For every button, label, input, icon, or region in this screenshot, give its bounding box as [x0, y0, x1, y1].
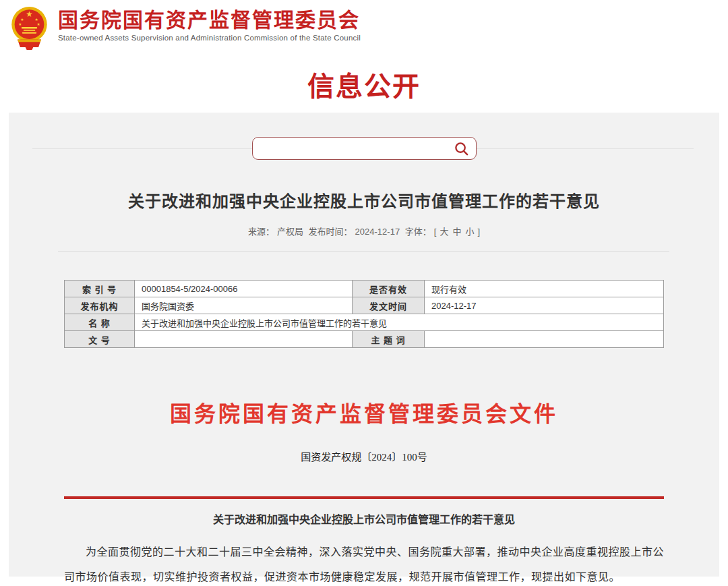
font-size-medium-link[interactable]: 中 — [452, 227, 461, 237]
org-name: 国务院国有资产监督管理委员会 — [58, 9, 361, 32]
svg-text:★: ★ — [18, 22, 22, 26]
table-row: 索 引 号 00001854-5/2024-00066 是否有效 现行有效 — [65, 281, 664, 297]
font-size-small-link[interactable]: 小 — [465, 227, 474, 237]
document-title: 关于改进和加强中央企业控股上市公司市值管理工作的若干意见 — [9, 512, 719, 527]
svg-text:★: ★ — [20, 18, 24, 22]
svg-text:★: ★ — [26, 9, 32, 18]
red-rule — [64, 496, 664, 499]
source-value: 产权局 — [277, 227, 303, 237]
font-size-label: 字体： — [405, 227, 431, 237]
site-header: ★ ★ ★ ★ ★ 国务院国有资产监督管理委员会 State-owned Ass… — [0, 0, 728, 59]
svg-text:★: ★ — [35, 18, 38, 22]
publish-date: 2024-12-17 — [355, 227, 400, 237]
index-number-label: 索 引 号 — [65, 281, 135, 297]
org-name-english: State-owned Assets Supervision and Admin… — [58, 34, 361, 42]
article-title: 关于改进和加强中央企业控股上市公司市值管理工作的若干意见 — [9, 191, 719, 212]
search-box — [252, 137, 477, 160]
subject-words-label: 主 题 词 — [353, 331, 425, 348]
document-info-table: 索 引 号 00001854-5/2024-00066 是否有效 现行有效 发布… — [64, 280, 664, 348]
validity-label: 是否有效 — [353, 281, 425, 297]
issue-date-value: 2024-12-17 — [425, 297, 664, 314]
publish-label: 发布时间： — [309, 227, 353, 237]
name-label: 名 称 — [65, 314, 135, 331]
issue-date-label: 发文时间 — [353, 297, 425, 314]
document-letterhead: 国务院国有资产监督管理委员会文件 — [9, 399, 719, 429]
subject-words-value — [425, 331, 664, 348]
name-value: 关于改进和加强中央企业控股上市公司市值管理工作的若干意见 — [135, 314, 664, 331]
content-card: 关于改进和加强中央企业控股上市公司市值管理工作的若干意见 来源：产权局 发布时间… — [9, 113, 719, 577]
font-bracket-open: [ — [434, 227, 437, 237]
doc-number-label: 文 号 — [65, 331, 135, 348]
validity-value: 现行有效 — [425, 281, 664, 297]
article-meta: 来源：产权局 发布时间：2024-12-17 字体：[大中小] — [9, 226, 719, 238]
header-text: 国务院国有资产监督管理委员会 State-owned Assets Superv… — [58, 5, 361, 42]
document-number: 国资发产权规〔2024〕100号 — [9, 450, 719, 464]
page-title: 信息公开 — [0, 69, 728, 103]
issuing-agency-value: 国务院国资委 — [135, 297, 353, 314]
svg-text:★: ★ — [36, 22, 40, 26]
table-row: 名 称 关于改进和加强中央企业控股上市公司市值管理工作的若干意见 — [65, 314, 664, 331]
search-input[interactable] — [261, 138, 451, 158]
search-row — [9, 137, 719, 160]
search-button[interactable] — [451, 141, 476, 156]
divider-line — [58, 251, 669, 252]
index-number-value: 00001854-5/2024-00066 — [135, 281, 353, 297]
issuing-agency-label: 发布机构 — [65, 297, 135, 314]
china-national-emblem-icon: ★ ★ ★ ★ ★ — [8, 5, 51, 50]
source-label: 来源： — [248, 227, 274, 237]
search-icon — [454, 141, 469, 156]
document-paragraph: 为全面贯彻党的二十大和二十届三中全会精神，深入落实党中央、国务院重大部署，推动中… — [64, 539, 664, 586]
font-size-large-link[interactable]: 大 — [439, 227, 448, 237]
table-row: 发布机构 国务院国资委 发文时间 2024-12-17 — [65, 297, 664, 314]
table-row: 文 号 主 题 词 — [65, 331, 664, 348]
font-bracket-close: ] — [477, 227, 480, 237]
doc-number-value — [135, 331, 353, 348]
